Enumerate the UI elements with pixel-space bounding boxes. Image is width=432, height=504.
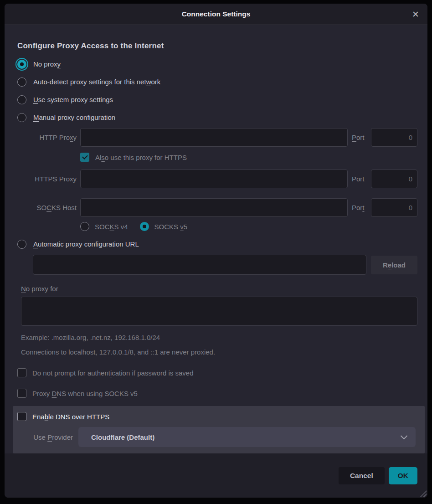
no-proxy-for-textarea[interactable] [21, 297, 417, 326]
also-https-label[interactable]: Also use this proxy for HTTPS [95, 154, 187, 161]
dns-over-https-section: Enable DNS over HTTPS Use Provider Cloud… [13, 406, 425, 453]
http-proxy-input[interactable] [80, 128, 348, 147]
proxy-dns-label[interactable]: Proxy DNS when using SOCKS v5 [32, 390, 138, 397]
radio-auto-proxy-url-label[interactable]: Automatic proxy configuration URL [33, 240, 139, 248]
doh-provider-value: Cloudflare (Default) [91, 433, 154, 441]
radio-system-proxy-label[interactable]: Use system proxy settings [33, 96, 113, 103]
dialog-content: Configure Proxy Access to the Internet N… [5, 25, 427, 498]
socks-host-row: SOCKS Host Port [17, 198, 417, 217]
radio-row-system-proxy: Use system proxy settings [17, 91, 417, 108]
socks-port-label: Port [352, 204, 367, 211]
auto-proxy-url-input[interactable] [33, 255, 366, 275]
socks-port-input[interactable] [371, 198, 417, 217]
radio-autodetect-proxy[interactable] [17, 77, 26, 87]
no-proxy-example-text: Example: .mozilla.org, .net.nz, 192.168.… [21, 334, 417, 341]
no-prompt-auth-row: Do not prompt for authentication if pass… [17, 368, 417, 377]
doh-provider-dropdown[interactable]: Cloudflare (Default) [78, 427, 416, 447]
auto-url-row: Reload [33, 255, 417, 275]
radio-no-proxy-label[interactable]: No proxy [33, 60, 61, 68]
socks-v4-option: SOCKS v4 [80, 222, 128, 231]
doh-provider-label: Use Provider [17, 433, 78, 441]
socks-v5-option: SOCKS v5 [140, 222, 188, 231]
page-title: Configure Proxy Access to the Internet [17, 41, 417, 51]
socks-host-input[interactable] [80, 198, 348, 217]
enable-doh-label[interactable]: Enable DNS over HTTPS [32, 413, 109, 421]
no-proxy-for-label: No proxy for [21, 285, 417, 293]
localhost-note-text: Connections to localhost, 127.0.0.1/8, a… [21, 348, 417, 356]
radio-auto-proxy-url[interactable] [17, 240, 26, 249]
radio-manual-proxy-label[interactable]: Manual proxy configuration [33, 113, 115, 121]
http-port-input[interactable] [371, 128, 417, 147]
no-prompt-auth-checkbox[interactable] [17, 368, 26, 377]
http-proxy-label: HTTP Proxy [17, 134, 78, 141]
radio-system-proxy[interactable] [17, 95, 26, 104]
radio-row-manual-proxy: Manual proxy configuration [17, 108, 417, 126]
titlebar: Connection Settings ✕ [5, 4, 427, 25]
radio-no-proxy[interactable] [17, 60, 26, 69]
radio-socks-v5-label[interactable]: SOCKS v5 [154, 223, 188, 231]
https-proxy-label: HTTPS Proxy [17, 175, 78, 183]
enable-doh-row: Enable DNS over HTTPS [17, 412, 416, 421]
proxy-dns-row: Proxy DNS when using SOCKS v5 [17, 389, 417, 398]
radio-autodetect-label[interactable]: Auto-detect proxy settings for this netw… [33, 78, 160, 86]
radio-socks-v4-label[interactable]: SOCKS v4 [95, 223, 128, 231]
reload-button[interactable]: Reload [371, 256, 417, 274]
cancel-button[interactable]: Cancel [339, 467, 385, 484]
radio-row-no-proxy: No proxy [17, 55, 417, 73]
radio-socks-v5[interactable] [140, 222, 149, 231]
radio-row-autodetect: Auto-detect proxy settings for this netw… [17, 73, 417, 91]
close-icon[interactable]: ✕ [412, 10, 419, 19]
no-prompt-auth-label[interactable]: Do not prompt for authentication if pass… [32, 369, 194, 377]
socks-version-row: SOCKS v4 SOCKS v5 [80, 218, 417, 235]
chevron-down-icon [401, 432, 408, 439]
radio-manual-proxy[interactable] [17, 113, 26, 122]
also-https-row: Also use this proxy for HTTPS [80, 147, 417, 168]
https-port-input[interactable] [371, 170, 417, 188]
https-port-label: Port [352, 175, 367, 183]
radio-socks-v4[interactable] [80, 222, 89, 231]
also-https-checkbox[interactable] [80, 153, 89, 162]
proxy-dns-checkbox[interactable] [17, 389, 26, 398]
connection-settings-dialog: Connection Settings ✕ Configure Proxy Ac… [5, 4, 427, 498]
https-proxy-row: HTTPS Proxy Port [17, 170, 417, 188]
socks-host-label: SOCKS Host [17, 204, 78, 211]
http-proxy-row: HTTP Proxy Port [17, 128, 417, 147]
enable-doh-checkbox[interactable] [17, 412, 26, 421]
radio-row-auto-url: Automatic proxy configuration URL [17, 235, 417, 253]
dialog-footer: Cancel OK [5, 453, 427, 498]
ok-button[interactable]: OK [389, 467, 417, 484]
dialog-title: Connection Settings [182, 10, 251, 18]
https-proxy-input[interactable] [80, 170, 348, 188]
doh-provider-row: Use Provider Cloudflare (Default) [17, 427, 416, 447]
http-port-label: Port [352, 134, 367, 141]
